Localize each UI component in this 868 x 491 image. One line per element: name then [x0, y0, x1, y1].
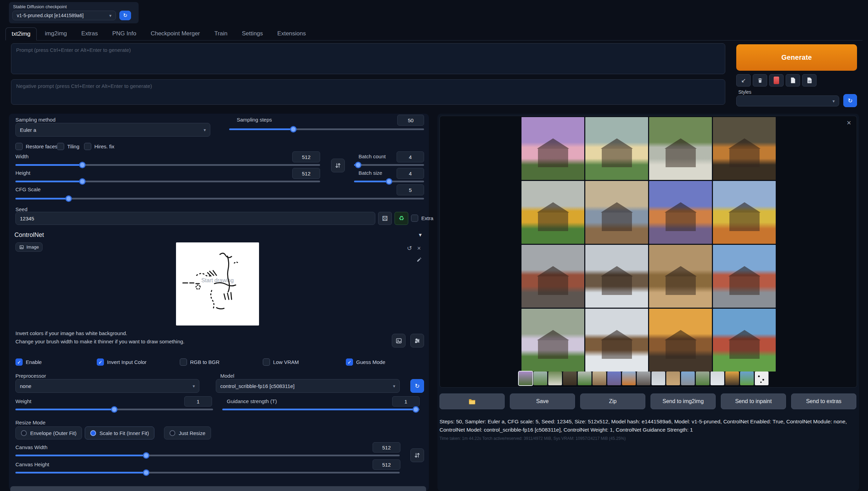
seed-input[interactable] — [15, 212, 375, 225]
gallery-image[interactable] — [521, 309, 584, 372]
height-slider[interactable] — [15, 178, 320, 185]
tiling-checkbox[interactable]: Tiling — [57, 143, 79, 150]
tab-train[interactable]: Train — [208, 27, 234, 40]
gallery-thumbnail[interactable] — [652, 372, 665, 385]
slider-handle[interactable] — [143, 469, 149, 476]
open-folder-button[interactable] — [439, 393, 505, 409]
collapse-arrow-icon[interactable]: ▼ — [418, 232, 423, 238]
canvas-clear-icon[interactable]: × — [417, 245, 421, 251]
guidance-strength-slider[interactable] — [222, 406, 420, 413]
sampling-steps-slider[interactable] — [229, 126, 424, 133]
gallery-thumbnail[interactable] — [533, 372, 547, 385]
gallery-close-icon[interactable]: × — [847, 119, 851, 127]
save-button[interactable]: Save — [510, 393, 575, 409]
canvas-brush-icon[interactable] — [417, 257, 422, 263]
tab-checkpoint-merger[interactable]: Checkpoint Merger — [144, 27, 206, 40]
tab-settings[interactable]: Settings — [236, 27, 269, 40]
gallery-image[interactable] — [649, 309, 712, 372]
reuse-seed-button[interactable]: ♻ — [395, 212, 408, 225]
batch-count-slider[interactable] — [354, 161, 424, 169]
styles-refresh-button[interactable]: ↻ — [843, 94, 857, 107]
batch-size-value[interactable] — [397, 168, 424, 179]
gallery-image[interactable] — [585, 117, 648, 180]
tab-txt2img[interactable]: txt2img — [5, 27, 37, 41]
controlnet-invert-checkbox[interactable]: ✓ Invert Input Color — [97, 358, 146, 366]
random-seed-button[interactable]: ⚄ — [378, 212, 392, 225]
gallery-thumbnail[interactable] — [755, 372, 769, 385]
gallery-thumbnail[interactable] — [696, 372, 709, 385]
generate-button[interactable]: Generate — [736, 44, 857, 71]
guidance-strength-value[interactable] — [392, 396, 420, 407]
clear-prompt-button[interactable] — [753, 74, 767, 87]
controlnet-section-title[interactable]: ControlNet — [14, 231, 44, 239]
swap-dimensions-button[interactable] — [331, 159, 345, 172]
sampling-method-dropdown[interactable]: Euler a ▾ — [15, 123, 210, 137]
slider-handle[interactable] — [355, 162, 362, 168]
gallery-thumbnail[interactable] — [681, 372, 695, 385]
gallery-image[interactable] — [521, 117, 584, 180]
canvas-undo-icon[interactable]: ↺ — [407, 245, 412, 251]
model-refresh-button[interactable]: ↻ — [410, 379, 424, 393]
gallery-image[interactable] — [585, 309, 648, 372]
height-value[interactable] — [292, 168, 320, 179]
slider-handle[interactable] — [79, 162, 86, 168]
gallery-thumbnail[interactable] — [563, 372, 577, 385]
send-to-extras-button[interactable]: Send to extras — [791, 393, 856, 409]
slider-handle[interactable] — [412, 406, 419, 413]
cfg-scale-value[interactable] — [397, 184, 424, 195]
controlnet-guess-mode-checkbox[interactable]: ✓ Guess Mode — [346, 358, 385, 366]
checkpoint-refresh-button[interactable]: ↻ — [119, 11, 131, 20]
gallery-thumbnail[interactable] — [578, 372, 591, 385]
extra-networks-button[interactable] — [769, 74, 784, 87]
gallery-image[interactable] — [713, 245, 776, 308]
slider-handle[interactable] — [65, 195, 72, 202]
styles-dropdown[interactable]: ▾ — [736, 95, 839, 106]
save-style-button[interactable] — [802, 74, 817, 87]
tab-extras[interactable]: Extras — [75, 27, 104, 40]
checkpoint-dropdown[interactable]: v1-5-pruned.ckpt [e1441589a6] ▾ — [12, 11, 116, 20]
gallery-thumbnail[interactable] — [548, 372, 562, 385]
gallery-thumbnail[interactable] — [740, 372, 754, 385]
weight-value[interactable] — [184, 396, 212, 407]
gallery-thumbnail[interactable] — [711, 372, 724, 385]
controlnet-rgb-bgr-checkbox[interactable]: RGB to BGR — [180, 358, 220, 366]
gallery-thumbnail[interactable] — [637, 372, 650, 385]
gallery-image[interactable] — [713, 117, 776, 180]
paste-params-button[interactable]: ↙ — [736, 74, 751, 87]
preprocessor-dropdown[interactable]: none ▾ — [15, 379, 199, 393]
slider-handle[interactable] — [290, 126, 297, 133]
width-slider[interactable] — [15, 161, 320, 169]
width-value[interactable] — [292, 151, 320, 162]
restore-faces-checkbox[interactable]: Restore faces — [15, 143, 58, 150]
zip-button[interactable]: Zip — [580, 393, 645, 409]
gallery-image[interactable] — [649, 117, 712, 180]
prompt-input[interactable] — [11, 43, 725, 74]
batch-count-value[interactable] — [397, 151, 424, 162]
open-image-button[interactable] — [392, 334, 406, 347]
tab-png-info[interactable]: PNG Info — [106, 27, 142, 40]
batch-size-slider[interactable] — [354, 178, 424, 185]
gallery-thumbnail[interactable] — [593, 372, 606, 385]
sampling-steps-value[interactable] — [397, 115, 424, 126]
gallery-image[interactable] — [521, 245, 584, 308]
send-to-img2img-button[interactable]: Send to img2img — [650, 393, 716, 409]
controlnet-image-tab[interactable]: Image — [15, 242, 43, 252]
gallery-thumbnail[interactable] — [622, 372, 636, 385]
gallery-image[interactable] — [713, 309, 776, 372]
weight-slider[interactable] — [15, 406, 213, 413]
tab-extensions[interactable]: Extensions — [271, 27, 312, 40]
slider-handle[interactable] — [143, 452, 149, 459]
gallery-image[interactable] — [521, 181, 584, 244]
controlnet-low-vram-checkbox[interactable]: Low VRAM — [263, 358, 299, 366]
resize-mode-just-resize[interactable]: Just Resize — [164, 426, 211, 439]
gallery-thumbnail[interactable] — [666, 372, 680, 385]
slider-handle[interactable] — [386, 178, 392, 185]
gallery-image[interactable] — [713, 181, 776, 244]
gallery-image[interactable] — [649, 181, 712, 244]
resize-mode-scale-to-fit[interactable]: Scale to Fit (Inner Fit) — [85, 426, 154, 439]
send-to-inpaint-button[interactable]: Send to inpaint — [721, 393, 786, 409]
canvas-height-value[interactable] — [373, 459, 400, 470]
adjust-settings-button[interactable] — [410, 334, 424, 347]
controlnet-canvas[interactable]: Start drawing — [176, 242, 259, 326]
gallery-image[interactable] — [585, 181, 648, 244]
